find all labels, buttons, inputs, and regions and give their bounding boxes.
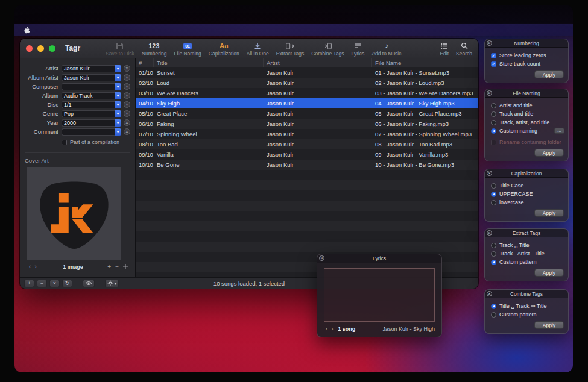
- zoom-window-button[interactable]: [49, 45, 55, 52]
- panel-header[interactable]: × Extract Tags: [485, 229, 568, 237]
- previous-image-button[interactable]: ‹: [27, 263, 33, 270]
- toolbar-add-to-music-button[interactable]: ♪ Add to Music: [371, 42, 401, 57]
- apply-button[interactable]: Apply: [534, 321, 564, 329]
- preview-button[interactable]: [83, 280, 95, 287]
- apply-button[interactable]: Apply: [534, 269, 564, 277]
- field-clear-button[interactable]: ×: [124, 92, 130, 99]
- combo-dropdown-icon[interactable]: ▾: [115, 92, 121, 99]
- field-clear-button[interactable]: ×: [124, 101, 130, 108]
- checkbox-icon[interactable]: [491, 140, 496, 145]
- field-input[interactable]: 1/1: [62, 101, 115, 108]
- title-track-combine-option[interactable]: Title ␣ Track ⇒ Title: [491, 302, 564, 310]
- combo-dropdown-icon[interactable]: ▾: [115, 128, 121, 136]
- toolbar-all-in-one-button[interactable]: All in One: [247, 42, 269, 57]
- store-track-count-option[interactable]: ✓ Store track count: [491, 60, 564, 68]
- lyrics-text-area[interactable]: [324, 268, 435, 322]
- compilation-checkbox[interactable]: [62, 140, 67, 145]
- field-input[interactable]: Audio Track: [62, 92, 115, 99]
- table-row[interactable]: 06/10 Faking Jason Kulr 06 - Jason Kulr …: [136, 119, 478, 129]
- radio-selected-icon[interactable]: [491, 128, 496, 134]
- close-icon[interactable]: ×: [487, 291, 492, 296]
- track-and-title-option[interactable]: Track and title: [491, 110, 564, 118]
- panel-header[interactable]: × Numbering: [485, 39, 568, 48]
- next-image-button[interactable]: ›: [33, 263, 38, 270]
- close-icon[interactable]: ×: [487, 230, 492, 236]
- close-icon[interactable]: ×: [487, 171, 492, 176]
- close-icon[interactable]: ×: [487, 90, 492, 96]
- table-row[interactable]: 02/10 Loud Jason Kulr 02 - Jason Kulr - …: [136, 78, 478, 88]
- combo-dropdown-icon[interactable]: ▾: [115, 119, 121, 127]
- column-header-number[interactable]: #: [136, 58, 154, 67]
- toolbar-edit-button[interactable]: Edit: [440, 42, 449, 57]
- track-artist-title-option[interactable]: Track, artist, and title: [491, 118, 564, 127]
- track-title-pattern-option[interactable]: Track ␣ Title: [491, 241, 564, 249]
- table-row[interactable]: 04/10 Sky High Jason Kulr 04 - Jason Kul…: [136, 98, 478, 108]
- table-row[interactable]: 01/10 Sunset Jason Kulr 01 - Jason Kulr …: [136, 67, 478, 78]
- field-input[interactable]: Pop: [62, 110, 115, 117]
- close-icon[interactable]: ×: [319, 255, 324, 261]
- table-row[interactable]: 03/10 We Are Dancers Jason Kulr 03 - Jas…: [136, 88, 478, 98]
- close-window-button[interactable]: [26, 45, 33, 52]
- title-bar[interactable]: Tagr Save to Disk 123 Numbering 01 File …: [20, 39, 478, 58]
- column-header-filename[interactable]: File Name: [372, 58, 478, 67]
- toolbar-numbering-button[interactable]: 123 Numbering: [142, 42, 167, 57]
- toolbar-extract-tags-button[interactable]: Extract Tags: [276, 42, 305, 57]
- radio-selected-icon[interactable]: [491, 192, 496, 197]
- combo-dropdown-icon[interactable]: ▾: [115, 65, 121, 72]
- radio-icon[interactable]: [491, 251, 496, 257]
- custom-pattern-option[interactable]: Custom pattern: [491, 310, 564, 319]
- combo-dropdown-icon[interactable]: ▾: [115, 101, 121, 108]
- toolbar-search-button[interactable]: Search: [456, 42, 472, 57]
- title-case-option[interactable]: Title Case: [491, 181, 564, 190]
- panel-header[interactable]: × Capitalization: [485, 169, 568, 178]
- field-clear-button[interactable]: ×: [124, 119, 130, 126]
- clear-songs-button[interactable]: ×: [49, 280, 60, 287]
- radio-icon[interactable]: [491, 120, 496, 125]
- field-clear-button[interactable]: ×: [124, 74, 130, 81]
- remove-image-button[interactable]: −: [115, 263, 119, 270]
- field-input[interactable]: 2000: [62, 119, 115, 127]
- custom-pattern-option[interactable]: Custom pattern: [491, 258, 564, 266]
- remove-songs-button[interactable]: −: [37, 280, 47, 287]
- field-clear-button[interactable]: ×: [124, 83, 130, 90]
- custom-naming-more-button[interactable]: …: [554, 128, 564, 134]
- actions-menu-button[interactable]: ▾: [105, 280, 119, 287]
- radio-selected-icon[interactable]: [491, 260, 496, 265]
- panel-header[interactable]: × File Naming: [485, 89, 568, 98]
- radio-selected-icon[interactable]: [491, 304, 496, 309]
- table-row[interactable]: 05/10 Great Place Jason Kulr 05 - Jason …: [136, 108, 478, 119]
- next-song-button[interactable]: ›: [329, 325, 335, 332]
- panel-header[interactable]: × Combine Tags: [485, 290, 568, 298]
- store-leading-zeros-option[interactable]: ✓ Store leading zeros: [491, 51, 564, 60]
- combo-dropdown-icon[interactable]: ▾: [115, 83, 121, 90]
- field-clear-button[interactable]: ×: [124, 65, 130, 72]
- reload-button[interactable]: ↻: [62, 280, 72, 287]
- panel-header[interactable]: × Lyrics: [317, 254, 441, 263]
- field-clear-button[interactable]: ×: [124, 128, 130, 135]
- radio-icon[interactable]: [491, 200, 496, 205]
- radio-icon[interactable]: [491, 312, 496, 318]
- radio-icon[interactable]: [491, 183, 496, 189]
- toolbar-capitalization-button[interactable]: Aa Capitalization: [209, 42, 239, 57]
- track-artist-title-pattern-option[interactable]: Track - Artist - Title: [491, 249, 564, 258]
- artist-and-title-option[interactable]: Artist and title: [491, 101, 564, 110]
- checkbox-checked-icon[interactable]: ✓: [491, 61, 496, 67]
- column-header-artist[interactable]: Artist: [264, 58, 372, 67]
- minimize-window-button[interactable]: [37, 45, 44, 52]
- toolbar-save-to-disk-button[interactable]: Save to Disk: [106, 42, 134, 57]
- field-input[interactable]: [62, 128, 115, 136]
- radio-icon[interactable]: [491, 111, 496, 117]
- cover-art-image[interactable]: [27, 167, 121, 260]
- add-songs-button[interactable]: +: [24, 280, 34, 287]
- table-row[interactable]: 07/10 Spinning Wheel Jason Kulr 07 - Jas…: [136, 129, 478, 139]
- apply-button[interactable]: Apply: [534, 209, 564, 217]
- lowercase-option[interactable]: lowercase: [491, 198, 564, 207]
- toolbar-file-naming-button[interactable]: 01 File Naming: [174, 42, 201, 57]
- checkbox-checked-icon[interactable]: ✓: [491, 53, 496, 58]
- table-row[interactable]: 09/10 Vanilla Jason Kulr 09 - Jason Kulr…: [136, 149, 478, 160]
- radio-icon[interactable]: [491, 243, 496, 248]
- close-icon[interactable]: ×: [487, 40, 492, 46]
- field-input[interactable]: Jason Kulr: [62, 74, 115, 81]
- uppercase-option[interactable]: UPPERCASE: [491, 190, 564, 198]
- toolbar-lyrics-button[interactable]: Lyrics: [351, 42, 364, 57]
